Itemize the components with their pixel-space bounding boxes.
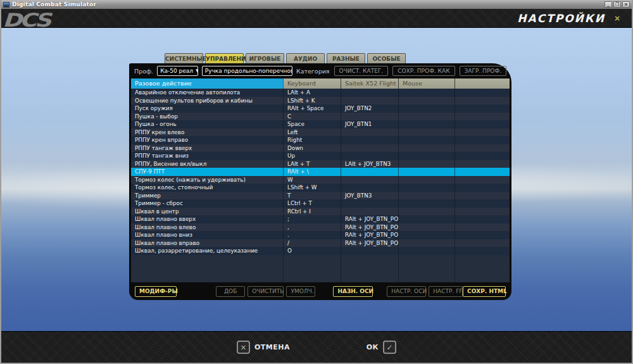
keyboard-cell[interactable]: LCtrl + T	[284, 199, 341, 208]
saitek-cell[interactable]: RAlt + JOY_BTN_POV1_R	[341, 239, 399, 248]
saitek-cell[interactable]	[341, 168, 399, 176]
extra-cell[interactable]	[455, 144, 510, 153]
action-cell[interactable]: РППУ крен вправо	[131, 136, 284, 144]
table-row[interactable]: РППУ крен вправоRight	[131, 136, 510, 144]
action-cell[interactable]: Триммер - сброс	[131, 199, 284, 208]
column-header-saitek[interactable]: Saitek X52 Flight Co	[341, 78, 399, 89]
table-row[interactable]: Аварийное отключение автопилотаLAlt + A	[131, 89, 510, 97]
mouse-cell[interactable]	[399, 104, 455, 113]
table-row[interactable]: Пуск оружияRAlt + SpaceJOY_BTN2	[131, 104, 510, 113]
mouse-cell[interactable]	[399, 239, 455, 248]
saitek-cell[interactable]: RAlt + JOY_BTN_POV1_D	[341, 231, 399, 239]
action-cell[interactable]: РППУ, Висение вкл/выкл	[131, 160, 284, 168]
saitek-cell[interactable]	[341, 129, 399, 137]
table-row[interactable]: Шквал плавно вправо/RAlt + JOY_BTN_POV1_…	[131, 239, 510, 248]
saitek-cell[interactable]: JOY_BTN2	[341, 104, 399, 113]
extra-cell[interactable]	[455, 160, 510, 168]
clear-button[interactable]: ОЧИСТИТЬ	[248, 286, 284, 297]
action-cell[interactable]: Тормоз колес, стояночный	[131, 184, 284, 192]
keyboard-cell[interactable]: T	[284, 192, 341, 200]
keyboard-cell[interactable]: ,	[284, 223, 341, 232]
load-profile-button[interactable]: ЗАГР. ПРОФ.	[460, 66, 506, 76]
mouse-cell[interactable]	[399, 97, 455, 105]
saitek-cell[interactable]	[341, 152, 399, 160]
saitek-cell[interactable]	[341, 247, 399, 255]
saitek-cell[interactable]	[341, 97, 399, 105]
keyboard-cell[interactable]: /	[284, 239, 341, 248]
table-row[interactable]: Тормоз колес (нажать и удерживать)W	[131, 176, 510, 184]
action-cell[interactable]: Тормоз колес (нажать и удерживать)	[131, 176, 284, 184]
ok-button[interactable]: ОК ✓	[367, 341, 396, 354]
table-row[interactable]: Тормоз колес, стояночныйLShift + W	[131, 184, 510, 192]
save-profile-as-button[interactable]: СОХР. ПРОФ. КАК	[392, 66, 454, 76]
mouse-cell[interactable]	[399, 231, 455, 239]
default-button[interactable]: УМОЛЧ.	[286, 286, 315, 297]
extra-cell[interactable]	[455, 89, 510, 97]
saitek-cell[interactable]: RAlt + JOY_BTN_POV1_L	[341, 223, 399, 232]
extra-cell[interactable]	[455, 113, 510, 121]
profile-dropdown[interactable]: Ка-50 реал ▼	[157, 66, 198, 76]
keyboard-cell[interactable]: RAlt + Space	[284, 104, 341, 113]
cancel-button[interactable]: × ОТМЕНА	[237, 341, 290, 354]
saitek-cell[interactable]	[341, 144, 399, 153]
category-dropdown[interactable]: Ручка продольно-поперечного управл ▼	[202, 66, 292, 76]
table-row[interactable]: Триммер - сбросLCtrl + T	[131, 199, 510, 208]
keyboard-cell[interactable]: O	[284, 247, 341, 255]
keyboard-cell[interactable]: Left	[284, 129, 341, 137]
tab-gameplay[interactable]: ИГРОВЫЕ	[246, 53, 284, 64]
action-cell[interactable]: Пуск оружия	[131, 104, 284, 113]
keyboard-cell[interactable]: ;	[284, 215, 341, 223]
mouse-cell[interactable]	[399, 192, 455, 200]
ff-tune-button[interactable]: НАСТР. FF	[429, 286, 463, 297]
saitek-cell[interactable]: JOY_BTN3	[341, 192, 399, 200]
mouse-cell[interactable]	[399, 199, 455, 208]
extra-cell[interactable]	[455, 192, 510, 200]
table-row[interactable]: СПУ-9 ПТТRAlt + \	[131, 168, 510, 176]
mouse-cell[interactable]	[399, 176, 455, 184]
table-row[interactable]: РППУ тангаж внизUp	[131, 152, 510, 160]
table-row[interactable]: РППУ тангаж вверхDown	[131, 144, 510, 153]
mouse-cell[interactable]	[399, 247, 455, 255]
action-cell[interactable]: РППУ тангаж вверх	[131, 144, 284, 153]
mouse-cell[interactable]	[399, 136, 455, 144]
keyboard-cell[interactable]: Space	[284, 120, 341, 129]
extra-cell[interactable]	[455, 176, 510, 184]
mouse-cell[interactable]	[399, 113, 455, 121]
column-header-extra[interactable]	[455, 78, 510, 89]
keyboard-cell[interactable]: Up	[284, 152, 341, 160]
axis-tune-button[interactable]: НАСТР. ОСИ	[387, 286, 426, 297]
keyboard-cell[interactable]: W	[284, 176, 341, 184]
mouse-cell[interactable]	[399, 208, 455, 216]
action-cell[interactable]: Шквал в центр	[131, 208, 284, 216]
tab-controls[interactable]: УПРАВЛЕНИЕ	[205, 53, 244, 64]
keyboard-cell[interactable]: LShift + W	[284, 184, 341, 192]
column-header-action[interactable]: Разовое действие	[131, 78, 284, 89]
table-row[interactable]: Шквал плавно вниз.RAlt + JOY_BTN_POV1_D	[131, 231, 510, 239]
action-cell[interactable]: Шквал плавно влево	[131, 223, 284, 232]
table-row[interactable]: Шквал плавно влево,RAlt + JOY_BTN_POV1_L	[131, 223, 510, 232]
extra-cell[interactable]	[455, 223, 510, 232]
save-html-button[interactable]: СОХР. HTML	[463, 286, 506, 297]
action-cell[interactable]: Шквал плавно вверх	[131, 215, 284, 223]
close-window-button[interactable]: ×	[622, 1, 630, 8]
saitek-cell[interactable]: RAlt + JOY_BTN_POV1_U	[341, 215, 399, 223]
mouse-cell[interactable]	[399, 120, 455, 129]
keyboard-cell[interactable]: Down	[284, 144, 341, 153]
minimize-button[interactable]: _	[605, 1, 612, 8]
saitek-cell[interactable]	[341, 89, 399, 97]
saitek-cell[interactable]: LAlt + JOY_BTN3	[341, 160, 399, 168]
mouse-cell[interactable]	[399, 144, 455, 153]
action-cell[interactable]: Шквал, разарретирование, целеуказание	[131, 247, 284, 255]
table-row[interactable]: Пушка - выборC	[131, 113, 510, 121]
keyboard-cell[interactable]: Right	[284, 136, 341, 144]
extra-cell[interactable]	[455, 136, 510, 144]
table-row[interactable]: Шквал плавно вверх;RAlt + JOY_BTN_POV1_U	[131, 215, 510, 223]
clear-category-button[interactable]: ОЧИСТ. КАТЕГ.	[334, 66, 389, 76]
keyboard-cell[interactable]: LAlt + A	[284, 89, 341, 97]
table-row[interactable]: РППУ, Висение вкл/выклLAlt + TLAlt + JOY…	[131, 160, 510, 168]
tab-system[interactable]: СИСТЕМНЫЕ	[165, 53, 203, 64]
keyboard-cell[interactable]: C	[284, 113, 341, 121]
cancel-icon[interactable]: ×	[237, 341, 250, 354]
keyboard-cell[interactable]: RCtrl + I	[284, 208, 341, 216]
action-cell[interactable]: Шквал плавно вправо	[131, 239, 284, 248]
